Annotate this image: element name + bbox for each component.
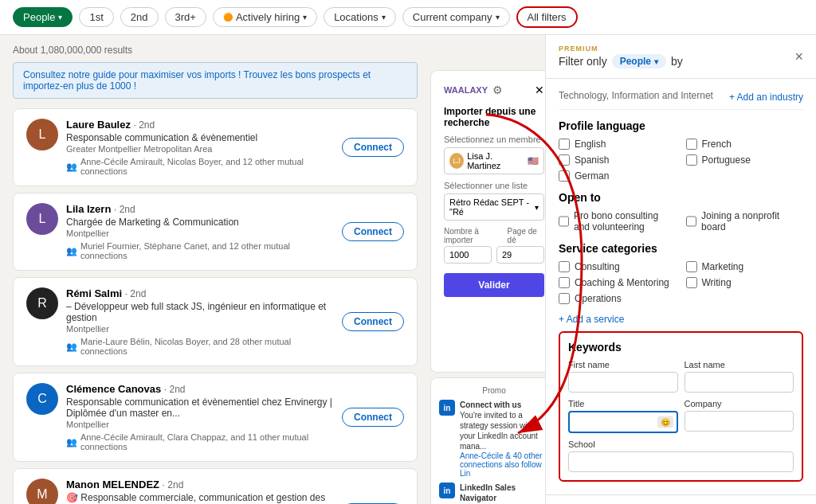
- count-label: Nombre à importer: [444, 227, 504, 244]
- waalaxy-logo: WAALAXY: [444, 85, 488, 95]
- person-name: Lila Izern · 2nd: [66, 203, 334, 215]
- gear-icon[interactable]: ⚙: [492, 84, 503, 96]
- locations-filter-btn[interactable]: Locations ▾: [324, 7, 396, 27]
- list-item: C Clémence Canovas · 2nd Responsable com…: [13, 373, 418, 462]
- industry-text: Technology, Information and Internet: [559, 90, 713, 101]
- info-bar[interactable]: Consultez notre guide pour maximiser vos…: [13, 62, 418, 99]
- people-filter-btn[interactable]: People ▾: [13, 7, 73, 27]
- first-name-label: First name: [568, 360, 678, 369]
- marketing-checkbox-item: Marketing: [686, 261, 804, 272]
- person-location: Montpellier: [66, 229, 334, 238]
- connect-title: Connect with us: [460, 400, 549, 410]
- connect-text: You're invited to a strategy session wit…: [460, 410, 549, 451]
- operations-label: Operations: [575, 293, 622, 304]
- coaching-label: Coaching & Mentoring: [575, 277, 669, 288]
- connect-button[interactable]: Connect: [342, 222, 404, 241]
- panel-close-button[interactable]: ×: [794, 49, 803, 65]
- person-info: Rémi Salmi · 2nd – Développeur web full …: [66, 287, 334, 356]
- person-connections: 👥 Anne-Cécile Amirault, Clara Chappaz, a…: [66, 432, 334, 451]
- first-name-input[interactable]: [568, 372, 678, 393]
- page-input[interactable]: [496, 246, 544, 264]
- writing-checkbox[interactable]: [686, 277, 697, 288]
- probono-label: Pro bono consulting and volunteering: [574, 210, 677, 232]
- people-filter-tag[interactable]: People ▾: [612, 54, 666, 68]
- nonprofit-checkbox[interactable]: [686, 216, 697, 227]
- last-name-input[interactable]: [685, 372, 794, 393]
- 1st-filter-btn[interactable]: 1st: [79, 7, 113, 27]
- company-group: Company: [685, 399, 794, 433]
- french-checkbox[interactable]: [686, 139, 697, 150]
- connections-icon: 👥: [66, 437, 77, 447]
- company-input[interactable]: [685, 411, 794, 432]
- coaching-checkbox[interactable]: [559, 277, 570, 288]
- last-name-group: Last name: [685, 360, 794, 393]
- hiring-label: Actively hiring: [236, 11, 300, 23]
- person-info: Manon MELENDEZ · 2nd 🎯 Responsable comme…: [66, 479, 334, 504]
- title-label: Title: [568, 399, 678, 408]
- person-connections: 👥 Marie-Laure Bélin, Nicolas Boyer, and …: [66, 337, 334, 356]
- connect-button[interactable]: Connect: [342, 312, 404, 331]
- avatar: L: [26, 119, 58, 150]
- avatar: M: [26, 479, 58, 504]
- connect-button[interactable]: Connect: [342, 408, 404, 427]
- operations-checkbox[interactable]: [559, 293, 570, 304]
- number-row: [444, 246, 544, 264]
- person-degree: · 2nd: [114, 204, 135, 215]
- person-connections: 👥 Anne-Cécile Amirault, Nicolas Boyer, a…: [66, 157, 334, 176]
- nonprofit-label: Joining a nonprofit board: [701, 210, 803, 232]
- company-filter-btn[interactable]: Current company ▾: [402, 7, 510, 27]
- member-select[interactable]: LJ Lisa J. Martinez 🇺🇸: [444, 147, 544, 174]
- german-checkbox[interactable]: [559, 170, 570, 182]
- person-name: Laure Baulez · 2nd: [66, 119, 334, 131]
- validate-button[interactable]: Valider: [444, 273, 544, 297]
- all-filters-btn[interactable]: All filters: [516, 6, 578, 28]
- person-name: Rémi Salmi · 2nd: [66, 287, 334, 299]
- 3rd-filter-btn[interactable]: 3rd+: [165, 7, 206, 27]
- list-select[interactable]: Rétro Rédac SEPT - "Ré ▾: [444, 193, 544, 221]
- marketing-checkbox[interactable]: [686, 261, 697, 272]
- premium-badge: PREMIUM: [559, 45, 683, 53]
- english-checkbox[interactable]: [559, 139, 570, 150]
- french-checkbox-item: French: [686, 139, 804, 150]
- school-group: School: [568, 440, 794, 472]
- person-name: Manon MELENDEZ · 2nd: [66, 479, 334, 490]
- portuguese-checkbox[interactable]: [686, 154, 697, 166]
- list-item: L Lila Izern · 2nd Chargée de Marketing …: [13, 193, 418, 271]
- service-checkboxes: Consulting Marketing Coaching & Mentorin…: [559, 261, 803, 304]
- 2nd-filter-btn[interactable]: 2nd: [120, 7, 159, 27]
- emoji-button[interactable]: 😊: [657, 416, 673, 428]
- count-input[interactable]: [444, 246, 492, 264]
- 1st-label: 1st: [89, 11, 103, 23]
- connect-link[interactable]: Anne-Cécile & 40 other connections also …: [460, 451, 549, 478]
- school-input[interactable]: [568, 451, 794, 472]
- avatar: L: [26, 203, 58, 235]
- person-location: Montpellier: [66, 420, 334, 429]
- panel-body: Technology, Information and Internet + A…: [546, 79, 816, 494]
- spanish-checkbox[interactable]: [559, 154, 570, 166]
- consulting-label: Consulting: [575, 261, 620, 272]
- promo-connect-item: in Connect with us You're invited to a s…: [439, 400, 549, 478]
- open-to-title: Open to: [559, 191, 803, 204]
- consulting-checkbox[interactable]: [559, 261, 570, 272]
- member-avatar: LJ: [449, 153, 464, 169]
- title-input-row: 😊: [568, 411, 678, 433]
- writing-label: Writing: [702, 277, 732, 288]
- english-label: English: [575, 139, 606, 150]
- hiring-filter-btn[interactable]: 🟠 Actively hiring ▾: [213, 7, 317, 27]
- hiring-chevron-icon: ▾: [303, 13, 307, 21]
- person-degree: · 2nd: [163, 479, 184, 490]
- add-service-link[interactable]: + Add a service: [559, 314, 624, 325]
- info-text: Consultez notre guide pour maximiser vos…: [23, 69, 371, 92]
- people-tag-chevron: ▾: [654, 57, 658, 66]
- connect-button[interactable]: Connect: [342, 138, 404, 157]
- probono-checkbox[interactable]: [559, 216, 569, 227]
- connections-icon: 👥: [66, 162, 77, 172]
- waalaxy-close-icon[interactable]: ✕: [535, 84, 544, 96]
- person-degree: · 2nd: [125, 288, 147, 299]
- company-chevron-icon: ▾: [496, 13, 500, 21]
- list-item: L Laure Baulez · 2nd Responsable communi…: [13, 108, 418, 186]
- salesnav-icon: in: [439, 483, 455, 498]
- service-categories-title: Service categories: [559, 242, 803, 255]
- company-label: Company: [685, 399, 794, 408]
- add-industry-link[interactable]: + Add an industry: [729, 92, 803, 103]
